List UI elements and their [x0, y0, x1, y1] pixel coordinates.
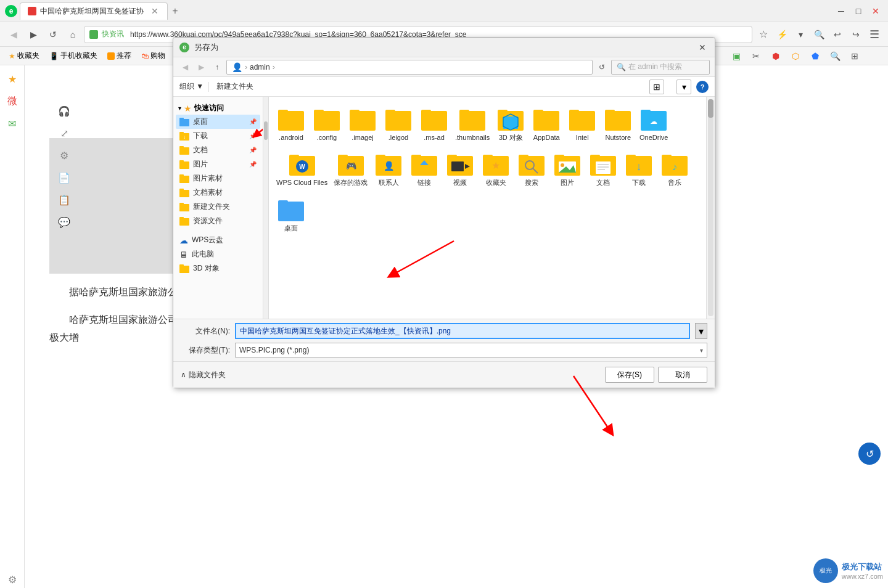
file-onedrive[interactable]: ☁ OneDrive	[636, 102, 671, 145]
panel-item-desktop[interactable]: 桌面 📌	[176, 115, 260, 129]
menu-btn[interactable]: ☰	[866, 26, 883, 43]
panel-item-docs[interactable]: 文档 📌	[176, 143, 260, 157]
panel-item-new-folder[interactable]: 新建文件夹	[176, 200, 260, 214]
search-box[interactable]: 🔍 在 admin 中搜索	[611, 60, 710, 75]
refresh-btn[interactable]: ↺	[595, 60, 609, 74]
maximize-button[interactable]: □	[851, 4, 866, 18]
file-appdata[interactable]: AppData	[529, 102, 564, 145]
file-search[interactable]: 搜索	[514, 147, 549, 190]
svg-rect-33	[498, 110, 508, 114]
file-saved-games[interactable]: 🎮 保存的游戏	[331, 147, 370, 190]
bookmark-recommend[interactable]: 推荐	[104, 49, 135, 62]
nav-icon-1[interactable]: ▣	[728, 47, 745, 65]
close-button[interactable]: ✕	[868, 4, 883, 18]
search-btn[interactable]: 🔍	[810, 26, 828, 43]
panel-item-download[interactable]: ↓ 下载 📌	[176, 129, 260, 143]
file-nutstore[interactable]: Nutstore	[601, 102, 635, 145]
file-downloads-label: 下载	[632, 178, 646, 187]
panel-item-doc-material[interactable]: 文档素材	[176, 186, 260, 200]
panel-item-wps-cloud[interactable]: ☁ WPS云盘	[176, 233, 260, 247]
dialog-back-btn[interactable]: ◀	[178, 60, 192, 74]
reload-button[interactable]: ↺	[44, 26, 62, 43]
file-intel[interactable]: Intel	[565, 102, 599, 145]
doc-material-folder-icon	[179, 189, 189, 197]
new-tab-button[interactable]: +	[168, 4, 183, 18]
page-icon-doc2[interactable]: 📋	[56, 191, 73, 208]
save-button[interactable]: 保存(S)	[605, 367, 654, 383]
file-msad[interactable]: .ms-ad	[417, 102, 451, 145]
file-config[interactable]: .config	[310, 102, 344, 145]
filename-input[interactable]	[235, 323, 690, 339]
help-btn[interactable]: ?	[696, 81, 709, 93]
active-tab[interactable]: 中国哈萨克斯坦两国互免签证协 ✕	[20, 2, 168, 20]
dialog-buttons-row: ∧ 隐藏文件夹 保存(S) 取消	[173, 361, 715, 388]
nav-icon-grid[interactable]: ⊞	[846, 47, 863, 65]
nav-icon-5[interactable]: ⬟	[807, 47, 824, 65]
bookmark-mobile[interactable]: 📱 手机收藏夹	[46, 49, 101, 62]
page-icon-comment[interactable]: 💬	[56, 213, 73, 231]
file-contacts[interactable]: 👤 联系人	[371, 147, 406, 190]
bookmark-shop[interactable]: 🛍 购物	[138, 49, 169, 62]
organize-btn[interactable]: 组织 ▼	[179, 81, 204, 92]
tab-close-btn[interactable]: ✕	[150, 6, 160, 16]
panel-item-pic-material[interactable]: 图片素材	[176, 171, 260, 186]
file-documents[interactable]: 文档	[586, 147, 620, 190]
cancel-button[interactable]: 取消	[658, 367, 707, 383]
redo-btn[interactable]: ↪	[847, 26, 865, 43]
page-icon-doc[interactable]: 📄	[56, 169, 73, 186]
panel-item-this-pc[interactable]: 🖥 此电脑	[176, 247, 260, 261]
dialog-close-button[interactable]: ✕	[696, 41, 709, 54]
file-music[interactable]: ♪ 音乐	[657, 147, 692, 190]
page-icon-settings2[interactable]: ⚙	[56, 147, 73, 164]
dialog-forward-btn[interactable]: ▶	[194, 60, 208, 74]
quick-access-header[interactable]: ▾ ★ 快速访问	[176, 102, 260, 115]
nav-icon-3[interactable]: ⬢	[767, 47, 784, 65]
page-icon-headphone[interactable]: 🎧	[56, 102, 73, 120]
sidebar-icon-star[interactable]: ★	[4, 70, 21, 88]
forward-button[interactable]: ▶	[25, 26, 42, 43]
breadcrumb-bar[interactable]: 👤 › admin ›	[226, 60, 593, 75]
file-imagej[interactable]: .imagej	[345, 102, 380, 145]
file-desktop[interactable]: 桌面	[274, 192, 308, 236]
nav-icon-2[interactable]: ✂	[747, 47, 765, 65]
filename-dropdown-btn[interactable]: ▾	[695, 323, 707, 339]
file-favorites[interactable]: ★ 收藏夹	[479, 147, 513, 190]
dialog-up-btn[interactable]: ↑	[210, 60, 224, 74]
right-sidebar-btn[interactable]: ↺	[858, 443, 881, 465]
bookmark-collections[interactable]: ★ 收藏夹	[5, 49, 43, 62]
left-panel-scrollbar[interactable]	[263, 97, 268, 319]
dropdown-btn[interactable]: ▾	[792, 26, 809, 43]
new-folder-btn[interactable]: 新建文件夹	[214, 80, 256, 93]
file-3d-objects[interactable]: 3D 对象	[493, 102, 528, 145]
extensions-btn[interactable]: ⚡	[773, 26, 791, 43]
panel-item-resources[interactable]: 资源文件	[176, 214, 260, 228]
dialog-vscroll[interactable]	[706, 97, 715, 319]
file-android[interactable]: .android	[274, 102, 308, 145]
panel-item-3d[interactable]: 3D 对象	[176, 261, 260, 276]
file-links[interactable]: 链接	[407, 147, 442, 190]
nav-icon-search[interactable]: 🔍	[826, 47, 844, 65]
home-button[interactable]: ⌂	[64, 26, 81, 43]
file-downloads[interactable]: ↓ 下载	[622, 147, 656, 190]
back-button[interactable]: ◀	[5, 26, 22, 43]
page-icon-expand[interactable]: ⤢	[56, 125, 73, 142]
minimize-button[interactable]: ─	[834, 4, 849, 18]
file-wps-cloud[interactable]: W WPS Cloud Files	[274, 147, 330, 190]
bookmark-icon[interactable]: ☆	[755, 26, 772, 43]
sidebar-icon-weibo[interactable]: 微	[4, 92, 21, 110]
file-pictures[interactable]: 图片	[550, 147, 585, 190]
nav-icon-4[interactable]: ⬡	[787, 47, 804, 65]
view-arrow-btn[interactable]: ▾	[676, 80, 691, 94]
file-contacts-label: 联系人	[379, 178, 399, 187]
sidebar-icon-settings[interactable]: ⚙	[4, 571, 21, 588]
hide-folders-btn[interactable]: ∧ 隐藏文件夹	[181, 370, 226, 380]
panel-item-pics[interactable]: 图片 📌	[176, 157, 260, 171]
file-videos[interactable]: 视频	[443, 147, 477, 190]
file-documents-label: 文档	[596, 178, 610, 187]
file-leigod[interactable]: .leigod	[381, 102, 416, 145]
undo-btn[interactable]: ↩	[829, 26, 846, 43]
filetype-select[interactable]: WPS.PIC.png (*.png) ▾	[235, 343, 707, 357]
file-thumbnails[interactable]: .thumbnails	[453, 102, 492, 145]
sidebar-icon-mail[interactable]: ✉	[4, 115, 21, 132]
view-toggle-btn[interactable]: ⊞	[649, 80, 664, 94]
